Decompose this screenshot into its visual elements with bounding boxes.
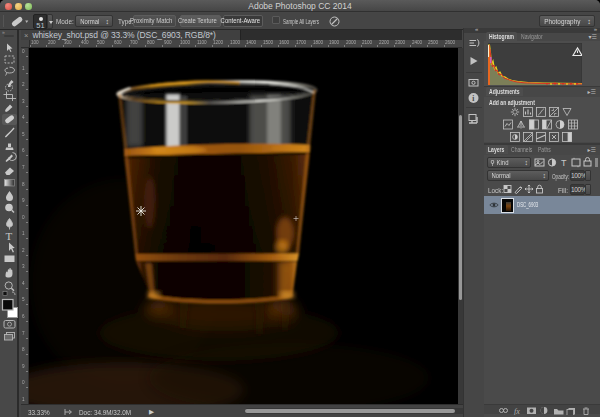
svg-text:fx: fx xyxy=(514,407,520,416)
svg-text:T: T xyxy=(6,230,13,242)
svg-text:i: i xyxy=(472,94,474,103)
svg-text:T: T xyxy=(561,158,567,168)
